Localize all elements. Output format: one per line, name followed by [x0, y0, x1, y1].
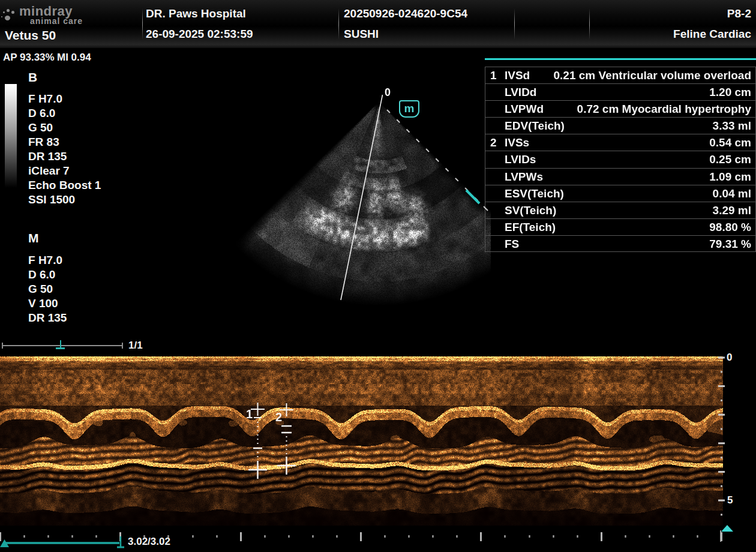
- result-group-number: 2: [485, 134, 505, 151]
- param-line: D 6.0: [28, 268, 67, 282]
- mechanical-index-value: MI 0.94: [57, 52, 91, 64]
- m-mode-trace-image: [0, 356, 723, 526]
- result-group-number: [485, 101, 505, 117]
- exam-preset: Feline Cardiac: [673, 28, 751, 41]
- param-line: G 50: [28, 282, 67, 296]
- result-row: FS79.31 %: [485, 235, 755, 252]
- result-value: 0.04 ml: [713, 185, 755, 202]
- cine-frame-indicator: 1/1: [128, 340, 143, 352]
- cine-seek-bar[interactable]: [0, 536, 124, 548]
- param-line: SSI 1500: [28, 193, 101, 207]
- result-value: 0.54 cm: [709, 134, 755, 151]
- exam-datetime: 26-09-2025 02:53:59: [146, 28, 253, 41]
- mline-position-marker: [721, 525, 733, 542]
- param-line: G 50: [28, 121, 101, 135]
- b-mode-params: F H7.0D 6.0G 50FR 83DR 135iClear 7Echo B…: [28, 92, 101, 207]
- paw-dot: [3, 11, 5, 13]
- probe-orientation-logo: m: [399, 100, 419, 118]
- system-model: Vetus 50: [5, 28, 56, 43]
- header-divider: [589, 8, 590, 40]
- result-row: LVIDd1.20 cm: [485, 83, 755, 100]
- result-group-number: [485, 169, 505, 185]
- param-line: DR 135: [28, 149, 101, 164]
- header-divider: [514, 8, 515, 40]
- result-value: 1.09 cm: [709, 169, 755, 185]
- result-row: 2IVSs0.54 cm: [485, 134, 755, 151]
- param-line: DR 135: [28, 311, 67, 325]
- result-label: LVPWd: [505, 101, 544, 117]
- result-label: LVIDd: [505, 84, 536, 100]
- cine-page-slider[interactable]: [2, 340, 124, 352]
- result-row: LVPWd0.72 cm Myocardial hypertrophy: [485, 100, 755, 117]
- result-row: SV(Teich)3.29 ml: [485, 202, 755, 218]
- result-row: EDV(Teich)3.33 ml: [485, 117, 755, 134]
- results-rows: 1IVSd0.21 cm Ventricular volume overload…: [485, 67, 756, 252]
- ultrasound-screen: mindray animal care Vetus 50 DR. Paws Ho…: [0, 0, 756, 552]
- result-label: ESV(Teich): [505, 185, 564, 202]
- result-value: 79.31 %: [709, 236, 755, 251]
- result-group-number: [485, 185, 505, 202]
- result-label: EF(Teich): [505, 219, 556, 235]
- results-accent-line: [485, 58, 756, 60]
- result-label: FS: [505, 236, 519, 251]
- result-row: LVIDs0.25 cm: [485, 151, 755, 167]
- brand-sub-label: animal care: [30, 16, 83, 26]
- b-mode-label: B: [28, 70, 37, 85]
- paw-dot: [7, 9, 10, 12]
- depth-ruler-top-label: 0: [727, 352, 732, 364]
- header-bar: mindray animal care Vetus 50 DR. Paws Ho…: [0, 0, 756, 48]
- paw-dot: [1, 16, 2, 17]
- b-mode-image[interactable]: [227, 84, 491, 307]
- result-value: 3.29 ml: [713, 202, 755, 218]
- param-line: F H7.0: [28, 253, 67, 268]
- param-line: Echo Boost 1: [28, 178, 101, 193]
- result-label: SV(Teich): [505, 202, 556, 218]
- header-divider: [142, 8, 143, 40]
- acoustic-power-value: AP 93.33%: [3, 52, 55, 64]
- result-value: 0.25 cm: [709, 151, 755, 167]
- result-row: ESV(Teich)0.04 ml: [485, 185, 755, 202]
- result-value: 0.21 cm Ventricular volume overload: [554, 67, 755, 83]
- result-value: 98.80 %: [709, 219, 755, 235]
- result-row: LVPWs1.09 cm: [485, 168, 755, 185]
- grayscale-map-bar: [5, 84, 17, 188]
- paw-logo-icon: [5, 16, 10, 20]
- result-group-number: [485, 118, 505, 134]
- patient-name: SUSHI: [344, 28, 379, 41]
- probe-model: P8-2: [727, 7, 751, 20]
- param-line: F H7.0: [28, 92, 101, 106]
- result-value: 3.33 ml: [713, 118, 755, 134]
- result-label: LVPWs: [505, 169, 543, 185]
- result-group-number: [485, 219, 505, 235]
- param-line: V 100: [28, 296, 67, 311]
- m-mode-params: F H7.0D 6.0G 50V 100DR 135: [28, 253, 67, 325]
- cine-time-indicator: 3.02/3.02: [128, 536, 170, 548]
- result-label: IVSd: [505, 67, 530, 83]
- hospital-name: DR. Paws Hospital: [146, 7, 246, 20]
- result-label: EDV(Teich): [505, 118, 565, 134]
- param-line: iClear 7: [28, 164, 101, 178]
- result-row: 1IVSd0.21 cm Ventricular volume overload: [485, 67, 755, 83]
- result-group-number: [485, 151, 505, 167]
- depth-ruler-bottom-label: 5: [727, 494, 733, 506]
- result-value: 0.72 cm Myocardial hypertrophy: [577, 101, 755, 117]
- header-divider: [338, 8, 339, 40]
- param-line: D 6.0: [28, 106, 101, 121]
- result-group-number: [485, 202, 505, 218]
- result-label: LVIDs: [505, 151, 536, 167]
- orientation-logo-letter: m: [404, 102, 415, 115]
- result-value: 1.20 cm: [709, 84, 755, 100]
- time-axis-ticks: [1, 532, 722, 541]
- result-group-number: [485, 236, 505, 251]
- seek-bar-thumb: [0, 539, 9, 547]
- exam-id: 20250926-024620-9C54: [344, 7, 467, 20]
- result-group-number: [485, 84, 505, 100]
- m-mode-label: M: [28, 231, 39, 245]
- result-label: IVSs: [505, 134, 529, 151]
- param-line: FR 83: [28, 135, 101, 149]
- result-row: EF(Teich)98.80 %: [485, 218, 755, 235]
- paw-dot: [11, 11, 14, 14]
- result-group-number: 1: [485, 67, 505, 83]
